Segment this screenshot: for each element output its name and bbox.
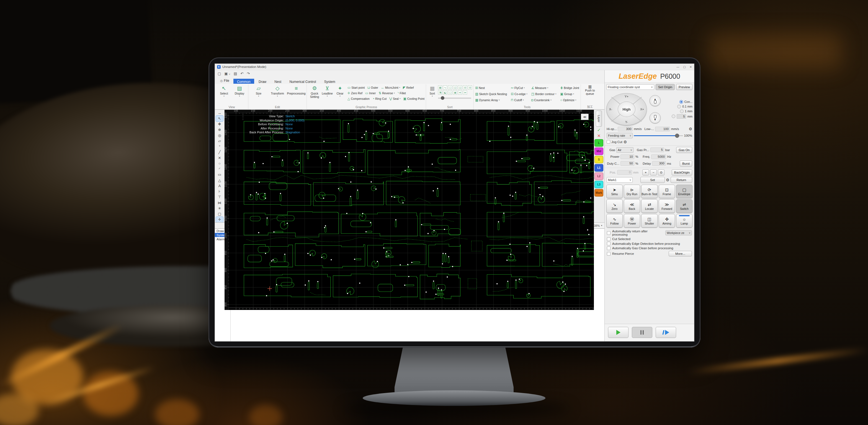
machine-function-button[interactable]: ⟳ Burn-In Test [641, 185, 658, 198]
drawing-tool[interactable]: △ [216, 177, 223, 183]
power-input[interactable]: 10 [620, 154, 634, 159]
gear-icon[interactable]: ⚙ [623, 140, 627, 144]
drawing-tool[interactable]: ◎ [216, 133, 223, 138]
machine-function-button[interactable]: Ⓦ Power [624, 214, 640, 228]
checkbox-icon[interactable] [607, 242, 611, 245]
collapse-panel-icon[interactable]: ≪ [581, 114, 589, 120]
cad-canvas[interactable] [224, 110, 594, 310]
checkbox-icon[interactable] [607, 231, 611, 235]
layer-chip[interactable]: S [594, 156, 603, 163]
machine-function-button[interactable]: ▢ Envelope [676, 185, 692, 198]
ribbon-small-item[interactable]: △ Compensation ▾ [347, 97, 370, 101]
tool-item[interactable]: ⊟ Co-edge ▾ [511, 91, 527, 97]
drawing-tool[interactable]: ⊤ [216, 194, 223, 200]
ribbon-small-item[interactable]: ◔ Ring Cut ▾ [372, 97, 386, 101]
radio-icon[interactable] [679, 100, 683, 104]
ribbon-small-item[interactable]: ◤ Relief ▾ [403, 86, 414, 89]
sort-slider-thumb[interactable] [441, 96, 444, 100]
ribbon-button[interactable]: ⊻ Leadline ▾ [321, 84, 334, 98]
sort-mode-icon[interactable]: ⊟ [463, 85, 467, 89]
drawing-tool[interactable]: ° [216, 144, 223, 149]
radio-icon[interactable] [677, 105, 681, 108]
preview-button[interactable]: Preview [676, 84, 692, 90]
sort-mode-icon[interactable]: ⊟ [468, 85, 472, 89]
drawing-tool[interactable]: ⊕ [216, 127, 223, 133]
menu-file[interactable]: ◎ File [217, 78, 233, 84]
machine-function-button[interactable]: ⇄ Locate [641, 199, 658, 213]
gas-pressure-input[interactable]: 5 [650, 147, 664, 152]
sort-mode-icon[interactable]: ≪ [458, 90, 462, 94]
sort-mode-icon[interactable]: ▢ [448, 90, 452, 94]
jog-y-plus[interactable]: Y+ [625, 95, 628, 98]
ribbon-small-item[interactable]: ⊔ Outer ▾ [367, 86, 378, 89]
machine-function-button[interactable]: ⇌ Switch [676, 199, 692, 213]
pause-button[interactable] [632, 327, 652, 338]
machine-function-button[interactable]: ≫ Forward [659, 199, 675, 213]
ribbon-small-item[interactable]: ▭ Start point ▾ [347, 86, 365, 89]
jog-pad[interactable]: High Y+ Y- X- X+ [607, 93, 647, 125]
resume-button[interactable] [656, 327, 676, 338]
cad-canvas-area[interactable]: View Type: Sketch Workpiece Origin: (0.0… [224, 110, 593, 222]
drawing-tool[interactable]: ↖ [216, 116, 223, 121]
machine-function-button[interactable]: ⊳ Dry Run [624, 185, 640, 198]
sort-mode-icon[interactable]: ▣ [453, 90, 457, 94]
jog-x-minus[interactable]: X- [609, 108, 612, 111]
high-speed-input[interactable]: 300 [618, 127, 633, 132]
sort-mode-icon[interactable]: ≫ [463, 90, 467, 94]
new-file-icon[interactable]: ▢ [218, 72, 221, 76]
ribbon-button[interactable]: ⚙ Quick Setting ▾ [308, 84, 321, 98]
back-origin-button[interactable]: BackOrigin [672, 169, 692, 175]
tool-item[interactable]: ⊞ Nest ▾ [475, 85, 507, 91]
drawing-tool[interactable]: ○ [216, 161, 223, 166]
workpiece-zero-dropdown[interactable]: Workpiece ze ∨ [665, 230, 692, 235]
z-down-button[interactable]: ▼ [650, 112, 661, 123]
step-option[interactable]: 1 mm [663, 110, 692, 113]
minus-icon[interactable]: − [650, 169, 657, 175]
tool-item[interactable]: ∾ FlyCut ▾ [511, 85, 527, 91]
drawing-tool[interactable]: ⊦ [216, 189, 223, 194]
ribbon-button[interactable]: ◇ Transform ▾ [269, 84, 286, 97]
more-button[interactable]: More... [669, 251, 692, 256]
jog-speed-toggle[interactable]: High [618, 102, 636, 117]
tool-item[interactable]: ▧ Sketch Quick Nesting ▾ [475, 91, 507, 97]
open-file-icon[interactable]: ▣ ∨ [224, 72, 230, 76]
return-button[interactable]: Return [671, 177, 692, 183]
drawing-tool[interactable]: ╱ [216, 149, 223, 155]
feeding-rate-dropdown[interactable]: Feeding rate ∨ [607, 133, 633, 138]
checkbox-icon[interactable] [607, 237, 611, 241]
drawing-tool[interactable]: ✕ [216, 155, 223, 161]
sort-mode-icon[interactable]: ⬕ [443, 90, 447, 94]
ribbon-button[interactable]: ≡ Preprocessing ▾ [287, 84, 305, 95]
drawing-tool[interactable]: ⋈ [216, 200, 223, 205]
machine-function-button[interactable]: ◫ Shutter [641, 214, 658, 228]
tool-item[interactable]: ∡ Measure ▾ [531, 85, 556, 91]
sort-mode-icon[interactable]: ∿ [443, 85, 447, 89]
gas-on-button[interactable]: Gas On [676, 147, 692, 153]
tool-item[interactable]: ⊓ Cutoff ▾ [511, 97, 527, 103]
check-icon[interactable]: ✓ [597, 128, 601, 133]
machine-function-button[interactable]: ⊡ Frame [659, 185, 675, 198]
sort-button[interactable]: ▦ Sort ▾ [428, 84, 437, 97]
checkbox-icon[interactable] [607, 252, 611, 256]
gas-type-dropdown[interactable]: Air ∨ [616, 147, 633, 153]
maximize-icon[interactable]: ▢ [683, 65, 686, 68]
drawing-tool[interactable]: A [216, 183, 223, 189]
tool-item[interactable]: ▦ Dynamic Array ▾ [475, 97, 507, 103]
slider-thumb[interactable] [675, 134, 679, 138]
position-input[interactable]: 0 [617, 170, 632, 175]
burst-button[interactable]: Burst [680, 161, 692, 167]
ribbon-small-item[interactable]: ↔ MicroJoint ▾ [381, 86, 400, 89]
sort-mode-icon[interactable]: ◻ [448, 85, 452, 89]
drawing-tool[interactable]: ▭ [216, 172, 223, 177]
layer-chip[interactable]: L1 [594, 164, 603, 172]
low-speed-input[interactable]: 100 [655, 127, 670, 132]
gear-icon[interactable]: ⚙ [666, 178, 670, 182]
layer-chip[interactable]: L2 [594, 172, 603, 180]
origin-icon[interactable]: ⊙ [658, 169, 664, 175]
sort-mode-icon[interactable]: ▩ [438, 85, 442, 89]
ribbon-button[interactable]: ▤ Display ▾ [232, 84, 247, 97]
tool-item[interactable]: ◳ Border contour ▾ [531, 91, 556, 97]
ribbon-small-item[interactable]: ◝ Fillet ▾ [398, 91, 406, 95]
jog-y-minus[interactable]: Y- [625, 120, 628, 124]
sort-mode-icon[interactable]: ◫ [458, 85, 462, 89]
